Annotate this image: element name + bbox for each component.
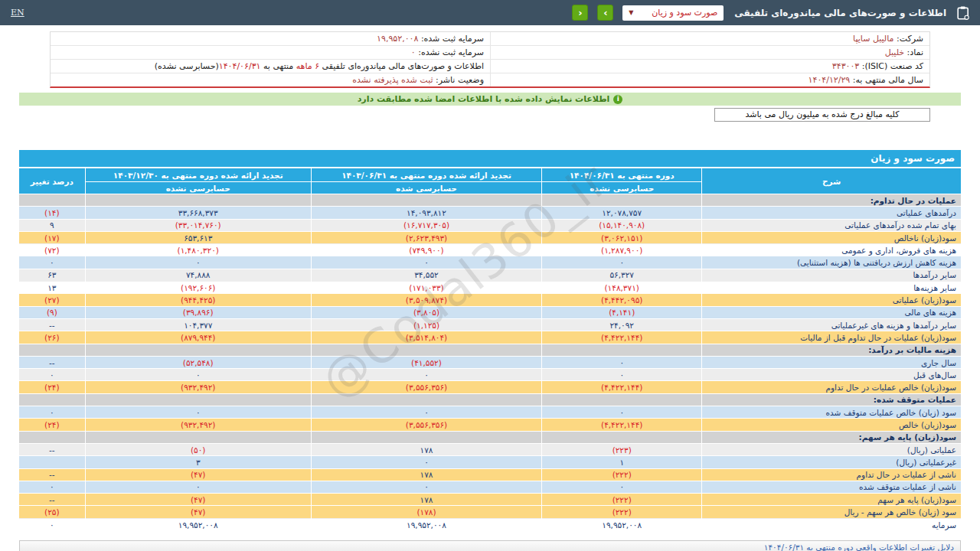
column-header-c2: تجدید ارائه شده دوره منتهی به ۱۴۰۳/۰۶/۳۱… [311,168,541,194]
info-row: نماد: خلیبلسرمایه ثبت نشده: ۰ [51,45,929,59]
table-body: عملیات در حال تداوم:درآمدهای عملیاتی۱۲,۰… [19,194,961,531]
signed-match-text: اطلاعات نمایش داده شده با اطلاعات امضا ش… [358,94,610,104]
value-cell: (۴,۴۴۲,۰۹۵) [542,294,702,306]
table-row: سایر درآمدها و هزینه های غیرعملیاتی۲۴,۰۹… [19,318,961,331]
desc-cell: سود (زیان) خالص عملیات متوقف شده [702,406,961,419]
pct-cell: (۹) [19,306,85,318]
desc-cell: هزینه مالیات بر درآمد: [702,344,961,356]
desc-cell: ناشی از عملیات متوقف شده [702,481,961,493]
pct-cell [19,344,85,356]
value-cell: (۳,۵۱۴,۸۰۴) [311,331,541,344]
english-language-link[interactable]: EN [11,8,24,18]
value-cell [311,344,541,356]
value-cell: (۱۶,۷۱۷,۳۰۵) [311,219,541,231]
table-row: سال‌های قبل۰۰۰۰ [19,369,961,381]
pct-cell: (۲۵) [19,506,85,518]
value-cell: (۲۲۳) [542,443,702,455]
value-cell: (۸۷۹,۹۴۴) [85,331,311,344]
value-cell: ۱۷۸ [311,443,541,455]
info-value: ۰ [411,47,416,57]
table-row: سود(زیان) خالص عملیات در حال تداوم(۴,۴۲۲… [19,381,961,393]
signed-match-banner: i اطلاعات نمایش داده شده با اطلاعات امضا… [19,93,961,106]
info-value: ۱۴۰۴/۱۲/۲۹ [808,75,851,85]
info-cell: شرکت: مالیبل سایپا [490,32,929,45]
info-cell: وضعیت ناشر: ثبت شده پذیرفته نشده [51,73,490,86]
column-label: دوره منتهی به ۱۴۰۴/۰۶/۳۱ [542,168,701,181]
info-cell: سال مالی منتهی به: ۱۴۰۴/۱۲/۲۹ [490,73,929,86]
column-label: تجدید ارائه شده دوره منتهی به ۱۴۰۳/۰۶/۳۱ [312,168,541,181]
value-cell: (۲۲۲) [542,494,702,506]
value-cell: (۱,۱۲۵) [311,318,541,331]
desc-cell: سود(زیان) پایه هر سهم: [702,431,961,443]
page-title: اطلاعات و صورت‌های مالی میاندوره‌ای تلفی… [734,8,946,18]
value-cell: ۱۲,۰۷۸,۷۵۷ [542,207,702,219]
value-cell [542,194,702,207]
desc-cell: هزینه های فروش، اداری و عمومی [702,244,961,256]
value-cell: (۱۵,۱۴۰,۹۰۸) [542,219,702,231]
info-value: مالیبل سایپا [853,34,893,44]
column-sublabel: حسابرسی نشده [86,181,311,194]
pct-cell: (۱۷) [19,231,85,243]
pct-cell: -- [19,443,85,455]
next-statement-button[interactable]: › [597,5,613,21]
value-cell: ۰ [311,406,541,419]
desc-cell: سایر درآمدها [702,269,961,281]
value-cell: (۴۷) [85,506,311,518]
value-cell: (۳,۰۶۲,۱۵۱) [542,231,702,243]
value-cell: (۴,۴۲۲,۱۴۴) [542,381,702,393]
value-cell: (۴۷) [85,494,311,506]
pct-cell: ۱۳ [19,282,85,294]
value-cell: (۲۲۲) [542,506,702,518]
table-row: عملیاتی (ریال)(۲۲۳)۱۷۸(۵۰)-- [19,443,961,455]
pct-cell: ۶۳ [19,269,85,281]
info-label: وضعیت ناشر: [436,75,484,85]
statement-type-select[interactable]: صورت سود و زیان ▼ [622,5,724,21]
desc-cell: سود(زیان) خالص عملیات در حال تداوم [702,381,961,393]
value-cell: (۳۳,۰۱۴,۷۶۰) [85,219,311,231]
table-header: شرحدوره منتهی به ۱۴۰۴/۰۶/۳۱حسابرسی نشدهت… [19,168,961,194]
info-label: سال مالی منتهی به: [853,75,923,85]
table-row: سایر هزینه‌ها(۱۴۸,۳۷۱)(۱۷۱,۰۳۳)(۱۹۲,۶۰۶)… [19,282,961,294]
info-icon: i [613,95,622,104]
section-row: عملیات متوقف شده: [19,393,961,406]
pct-cell: (۲۶) [19,331,85,344]
prev-statement-button[interactable]: ‹ [572,5,588,21]
value-cell: ۰ [85,369,311,381]
pct-cell [19,431,85,443]
pct-cell: ۰ [19,256,85,269]
desc-cell: عملیاتی (ریال) [702,443,961,455]
column-sublabel: حسابرسی نشده [542,181,701,194]
table-row: هزینه کاهش ارزش دریافتنی ها (هزینه استثن… [19,256,961,269]
info-cell: نماد: خلیبل [490,46,929,59]
chevron-right-icon: › [603,7,607,18]
value-cell: (۴,۱۴۱) [542,306,702,318]
value-cell [85,393,311,406]
value-cell: ۱۷۸ [311,468,541,481]
info-text-part: منتهی به [260,61,296,71]
info-cell: کد صنعت (ISIC): ۳۴۳۰۰۳ [490,60,929,73]
changes-reasons-accordion[interactable]: دلایل تغییرات اطلاعات واقعی دوره منتهی ب… [19,540,961,551]
desc-cell: سال جاری [702,356,961,368]
value-cell: (۴۱,۵۵۲) [311,356,541,368]
statement-type-value: صورت سود و زیان [652,8,717,18]
value-cell: ۱۰۴,۳۷۷ [85,318,311,331]
desc-cell: سایر درآمدها و هزینه های غیرعملیاتی [702,318,961,331]
column-label: تجدید ارائه شده دوره منتهی به ۱۴۰۳/۱۲/۳۰ [86,168,311,181]
value-cell: ۷۴,۸۸۸ [85,269,311,281]
desc-cell: سود (زیان) خالص هر سهم - ریال [702,506,961,518]
value-cell: ۶۵۳,۶۱۳ [85,231,311,243]
desc-cell: سود(زیان) پایه هر سهم [702,494,961,506]
table-row: هزینه های فروش، اداری و عمومی(۱,۲۸۷,۹۰۰)… [19,244,961,256]
value-cell: (۴,۴۲۲,۱۴۴) [542,331,702,344]
value-cell: ۰ [311,256,541,269]
info-row: کد صنعت (ISIC): ۳۴۳۰۰۳اطلاعات و صورت‌های… [51,59,929,73]
column-header-pct: درصد تغییر [19,168,85,194]
value-cell [311,431,541,443]
info-text-part: ۶ ماهه [296,61,319,71]
value-cell: (۱,۲۸۷,۹۰۰) [542,244,702,256]
value-cell: ۰ [311,481,541,493]
desc-cell: سرمایه [702,518,961,530]
value-cell: ۰ [542,256,702,269]
value-cell [85,344,311,356]
value-cell [85,194,311,207]
